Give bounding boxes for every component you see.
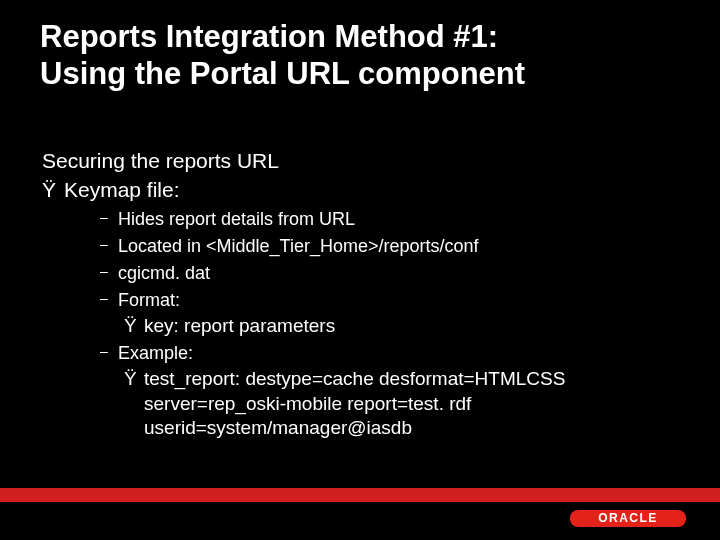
item-text: Located in <Middle_Tier_Home>/reports/co… bbox=[118, 235, 479, 258]
slide-title: Reports Integration Method #1: Using the… bbox=[40, 18, 680, 92]
bullet-icon: Ÿ bbox=[124, 367, 144, 391]
keymap-label: Keymap file: bbox=[64, 178, 180, 201]
oracle-logo: ORACLE bbox=[570, 508, 690, 532]
intro-line: Securing the reports URL bbox=[42, 148, 682, 175]
slide-body: Securing the reports URL ŸKeymap file: –… bbox=[42, 148, 682, 440]
keymap-line: ŸKeymap file: bbox=[42, 177, 682, 204]
dash-icon: – bbox=[100, 209, 118, 227]
example-subitem: Ÿtest_report: destype=cache desformat=HT… bbox=[124, 367, 682, 440]
item-text: Format: bbox=[118, 289, 180, 312]
title-line-2: Using the Portal URL component bbox=[40, 56, 525, 91]
oracle-logo-text: ORACLE bbox=[570, 510, 686, 527]
dash-icon: – bbox=[100, 290, 118, 308]
list-item: –Hides report details from URL bbox=[100, 208, 682, 231]
list-item: –Example: bbox=[100, 342, 682, 365]
footer-accent-bar bbox=[0, 488, 720, 502]
list-item: –Located in <Middle_Tier_Home>/reports/c… bbox=[100, 235, 682, 258]
example-label: Example: bbox=[118, 342, 193, 365]
list-item: –cgicmd. dat bbox=[100, 262, 682, 285]
bullet-icon: Ÿ bbox=[42, 177, 64, 204]
dash-icon: – bbox=[100, 263, 118, 281]
example-text: test_report: destype=cache desformat=HTM… bbox=[144, 367, 664, 440]
format-subitem: Ÿkey: report parameters bbox=[124, 314, 682, 338]
item-text: cgicmd. dat bbox=[118, 262, 210, 285]
item-text: Hides report details from URL bbox=[118, 208, 355, 231]
bullet-icon: Ÿ bbox=[124, 314, 144, 338]
list-item: –Format: bbox=[100, 289, 682, 312]
format-sub-text: key: report parameters bbox=[144, 314, 335, 338]
intro-text: Securing the reports URL bbox=[42, 149, 279, 172]
keymap-sublist: –Hides report details from URL –Located … bbox=[100, 208, 682, 440]
title-line-1: Reports Integration Method #1: bbox=[40, 19, 498, 54]
dash-icon: – bbox=[100, 343, 118, 361]
dash-icon: – bbox=[100, 236, 118, 254]
slide: Reports Integration Method #1: Using the… bbox=[0, 0, 720, 540]
